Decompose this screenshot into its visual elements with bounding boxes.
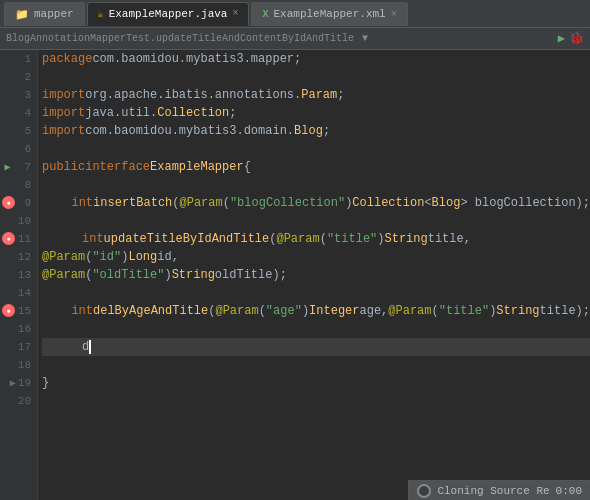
code-line-12: @Param("id") Long id, xyxy=(42,248,590,266)
code-line-3: import org.apache.ibatis.annotations.Par… xyxy=(42,86,590,104)
code-line-6 xyxy=(42,140,590,158)
folder-icon: 📁 xyxy=(15,8,29,21)
token: public xyxy=(42,158,85,176)
line-num-19: ▶19 xyxy=(0,374,37,392)
code-line-8 xyxy=(42,176,590,194)
token: String xyxy=(496,302,539,320)
tab-mapper-label: mapper xyxy=(34,8,74,20)
close-java-tab-button[interactable]: × xyxy=(232,8,238,19)
token: ; xyxy=(229,104,236,122)
token: ( xyxy=(259,302,266,320)
token: ) xyxy=(377,230,384,248)
breadcrumb-text: BlogAnnotationMapperTest.updateTitleAndC… xyxy=(6,33,354,44)
token: @Param xyxy=(276,230,319,248)
fold-arrow-19[interactable]: ▶ xyxy=(10,378,16,389)
line-num-14: 14 xyxy=(0,284,37,302)
code-line-20 xyxy=(42,392,590,410)
token: com.baomidou.mybatis3.domain. xyxy=(85,122,294,140)
code-line-9: int insertBatch(@Param("blogCollection")… xyxy=(42,194,590,212)
token: oldTitle); xyxy=(215,266,287,284)
token: { xyxy=(244,158,251,176)
line-num-5: 5 xyxy=(0,122,37,140)
token: ) xyxy=(164,266,171,284)
line-num-6: 6 xyxy=(0,140,37,158)
line-num-15: ●15 xyxy=(0,302,37,320)
token: org.apache.ibatis.annotations. xyxy=(85,86,301,104)
token: @Param xyxy=(215,302,258,320)
token: ; xyxy=(337,86,344,104)
code-line-1: package com.baomidou.mybatis3.mapper; xyxy=(42,50,590,68)
line-num-17: 17 xyxy=(0,338,37,356)
token: ) xyxy=(121,248,128,266)
breakpoint-icon-9[interactable]: ● xyxy=(2,196,15,209)
tab-ExampleMapper-xml[interactable]: X ExampleMapper.xml × xyxy=(251,2,407,26)
token: Integer xyxy=(309,302,359,320)
token: delByAgeAndTitle xyxy=(93,302,208,320)
code-line-19: } xyxy=(42,374,590,392)
token: Blog xyxy=(294,122,323,140)
token: ) xyxy=(302,302,309,320)
token: package xyxy=(42,50,92,68)
code-line-4: import java.util.Collection; xyxy=(42,104,590,122)
token: import xyxy=(42,86,85,104)
token: "oldTitle" xyxy=(92,266,164,284)
token: ( xyxy=(85,248,92,266)
token: ) xyxy=(489,302,496,320)
status-label: Cloning Source Re xyxy=(437,485,549,497)
line-number-gutter: 123456▶78●910●11121314●15161718▶1920 xyxy=(0,50,38,500)
debug-icon[interactable]: 🐞 xyxy=(569,31,584,46)
run-icon[interactable]: ▶ xyxy=(558,31,565,46)
token: Collection xyxy=(157,104,229,122)
token: "age" xyxy=(266,302,302,320)
token: "title" xyxy=(439,302,489,320)
status-timer: 0:00 xyxy=(556,485,582,497)
token: Long xyxy=(128,248,157,266)
token: ( xyxy=(223,194,230,212)
line-num-4: 4 xyxy=(0,104,37,122)
token: import xyxy=(42,104,85,122)
token: int xyxy=(71,302,93,320)
line-num-20: 20 xyxy=(0,392,37,410)
token: updateTitleByIdAndTitle xyxy=(104,230,270,248)
code-line-15: int delByAgeAndTitle(@Param("age") Integ… xyxy=(42,302,590,320)
close-xml-tab-button[interactable]: × xyxy=(391,9,397,20)
token: Collection xyxy=(352,194,424,212)
token: @Param xyxy=(388,302,431,320)
token: ) xyxy=(345,194,352,212)
token: ( xyxy=(85,266,92,284)
token: interface xyxy=(85,158,150,176)
token: < xyxy=(424,194,431,212)
token: String xyxy=(172,266,215,284)
breakpoint-icon-11[interactable]: ● xyxy=(2,232,15,245)
token: > blogCollection); xyxy=(460,194,590,212)
line-num-1: 1 xyxy=(0,50,37,68)
token: ExampleMapper xyxy=(150,158,244,176)
breakpoint-icon-15[interactable]: ● xyxy=(2,304,15,317)
code-line-5: import com.baomidou.mybatis3.domain.Blog… xyxy=(42,122,590,140)
token: ( xyxy=(269,230,276,248)
token: @Param xyxy=(42,266,85,284)
code-line-16 xyxy=(42,320,590,338)
token: ; xyxy=(323,122,330,140)
token: @Param xyxy=(42,248,85,266)
token: id, xyxy=(157,248,179,266)
token: ( xyxy=(172,194,179,212)
token: import xyxy=(42,122,85,140)
token: com.baomidou.mybatis3.mapper; xyxy=(92,50,301,68)
line-num-13: 13 xyxy=(0,266,37,284)
code-line-10 xyxy=(42,212,590,230)
editor: 123456▶78●910●11121314●15161718▶1920 pac… xyxy=(0,50,590,500)
breadcrumb-strip: BlogAnnotationMapperTest.updateTitleAndC… xyxy=(0,28,590,50)
line-num-8: 8 xyxy=(0,176,37,194)
token: Blog xyxy=(432,194,461,212)
tab-ExampleMapper-java[interactable]: ☕ ExampleMapper.java × xyxy=(87,2,250,26)
run-gutter-icon-7[interactable]: ▶ xyxy=(1,161,14,174)
token: "title" xyxy=(327,230,377,248)
tab-mapper[interactable]: 📁 mapper xyxy=(4,2,85,26)
token: Param xyxy=(301,86,337,104)
tab-bar: 📁 mapper ☕ ExampleMapper.java × X Exampl… xyxy=(0,0,590,28)
token: title, xyxy=(428,230,471,248)
code-area[interactable]: package com.baomidou.mybatis3.mapper;imp… xyxy=(38,50,590,500)
line-num-11: ●11 xyxy=(0,230,37,248)
line-num-10: 10 xyxy=(0,212,37,230)
